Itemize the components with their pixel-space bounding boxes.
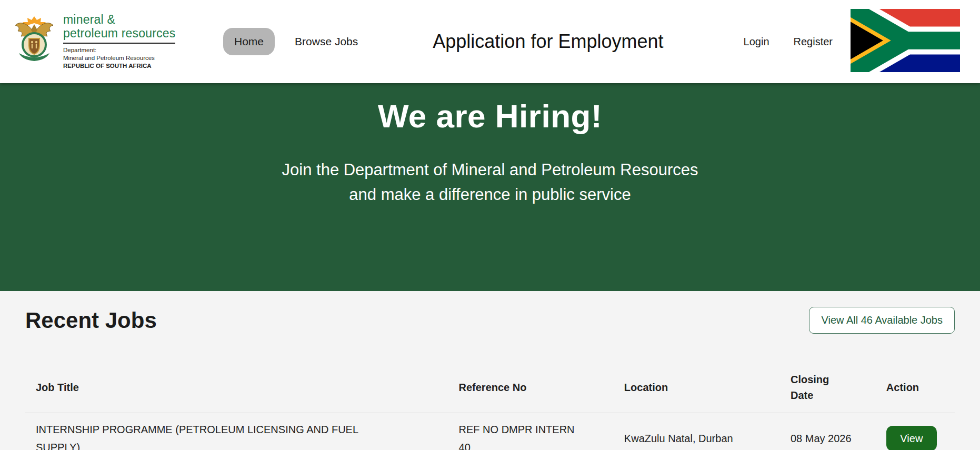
table-row: INTERNSHIP PROGRAMME (PETROLEUM LICENSIN…: [25, 413, 955, 450]
job-location-cell: KwaZulu Natal, Durban: [614, 413, 780, 450]
column-reference-no: Reference No: [448, 359, 614, 413]
table-header-row: Job Title Reference No Location Closing …: [25, 359, 955, 413]
logo-title-line2: petroleum resources: [63, 27, 175, 44]
page-title: Application for Employment: [358, 31, 738, 53]
column-job-title: Job Title: [25, 359, 448, 413]
column-location: Location: [614, 359, 780, 413]
coat-of-arms-icon: [14, 16, 55, 67]
logo-country: REPUBLIC OF SOUTH AFRICA: [63, 62, 175, 70]
nav-item-browse-jobs[interactable]: Browse Jobs: [295, 35, 358, 48]
south-africa-flag-icon: [851, 9, 960, 74]
login-link[interactable]: Login: [744, 36, 769, 48]
job-title-cell: INTERNSHIP PROGRAMME (PETROLEUM LICENSIN…: [25, 413, 448, 450]
app-header: mineral & petroleum resources Department…: [0, 0, 980, 83]
main-nav: Home Browse Jobs: [223, 28, 358, 55]
column-action: Action: [876, 359, 955, 413]
register-link[interactable]: Register: [794, 36, 833, 48]
jobs-table: Job Title Reference No Location Closing …: [25, 359, 955, 450]
nav-item-home[interactable]: Home: [223, 28, 275, 55]
logo-dept-label: Department:: [63, 46, 175, 54]
job-action-cell: View: [876, 413, 955, 450]
auth-links: Login Register: [744, 36, 833, 48]
logo-dept-name: Mineral and Petroleum Resources: [63, 54, 175, 62]
hero-heading: We are Hiring!: [0, 97, 980, 135]
hero-banner: We are Hiring! Join the Department of Mi…: [0, 83, 980, 291]
job-reference-cell: REF NO DMPR INTERN 40: [448, 413, 614, 450]
view-job-button[interactable]: View: [886, 426, 937, 450]
recent-jobs-section: Recent Jobs View All 46 Available Jobs J…: [0, 291, 980, 450]
hero-subtitle: Join the Department of Mineral and Petro…: [269, 158, 711, 207]
job-closing-date-cell: 08 May 2026: [780, 413, 876, 450]
app-logo[interactable]: mineral & petroleum resources Department…: [14, 13, 197, 69]
view-all-jobs-button[interactable]: View All 46 Available Jobs: [809, 307, 955, 334]
column-closing-date: Closing Date: [780, 359, 876, 413]
logo-title-line1: mineral &: [63, 13, 175, 27]
section-title: Recent Jobs: [25, 308, 157, 333]
